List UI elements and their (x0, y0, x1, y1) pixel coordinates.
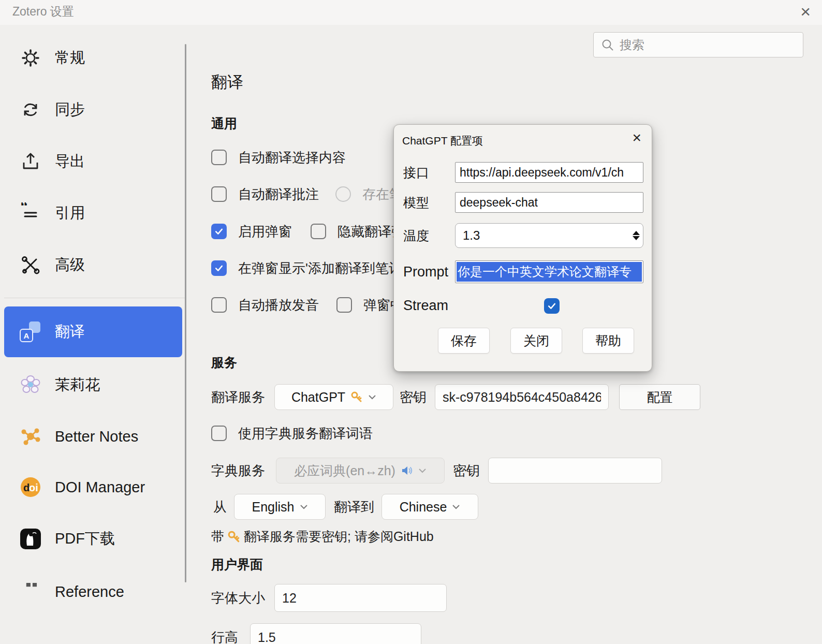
line-height-row: 行高 (211, 623, 421, 644)
stream-label: Stream (403, 298, 455, 314)
key-icon (350, 391, 363, 403)
spinner-icon[interactable] (633, 231, 640, 240)
sidebar-item-label: 同步 (55, 99, 85, 120)
config-button[interactable]: 配置 (619, 384, 700, 410)
help-button[interactable]: 帮助 (582, 328, 634, 354)
font-size-row: 字体大小 (211, 584, 447, 612)
translate-service-row: 翻译服务 ChatGPT 密钥 配置 (211, 384, 700, 410)
checkbox-row-show-add-note: 在弹窗显示'添加翻译到笔记 (211, 259, 402, 277)
temperature-label: 温度 (403, 227, 455, 244)
sidebar-item-jasminum[interactable]: 茉莉花 (4, 365, 182, 405)
sidebar-item-cite[interactable]: “„ 引用 (4, 194, 182, 233)
to-language-select[interactable]: Chinese (381, 494, 478, 520)
checkbox-row-auto-translate-annotation: 自动翻译批注 (211, 185, 319, 203)
search-box[interactable] (593, 32, 803, 57)
use-dict-checkbox[interactable] (211, 426, 227, 441)
auto-play-audio-checkbox[interactable] (211, 297, 227, 313)
window-title: Zotero 设置 (12, 4, 74, 20)
translate-service-value: ChatGPT (291, 390, 345, 405)
checkbox-label: 自动播放发音 (238, 296, 319, 314)
model-input[interactable] (455, 192, 643, 213)
line-height-input[interactable] (250, 623, 421, 644)
tools-icon (20, 254, 41, 276)
dict-secret-label: 密钥 (453, 462, 480, 480)
from-language-select[interactable]: English (234, 494, 326, 520)
checkbox-label: 自动翻译批注 (238, 185, 319, 203)
api-input[interactable] (455, 162, 643, 183)
to-label: 翻译到 (334, 498, 374, 516)
close-button[interactable]: 关闭 (510, 328, 562, 354)
auto-translate-selection-checkbox[interactable] (211, 150, 227, 165)
sidebar-separator (4, 298, 185, 298)
speaker-icon (401, 464, 413, 477)
sidebar-item-reference[interactable]: “ Reference (4, 572, 182, 611)
dialog-close-icon[interactable]: × (632, 129, 641, 147)
prompt-input[interactable]: 你是一个中英文学术论文翻译专 (455, 260, 643, 283)
line-height-label: 行高 (211, 628, 250, 644)
sidebar-item-sync[interactable]: 同步 (4, 90, 182, 129)
translate-service-select[interactable]: ChatGPT (274, 384, 393, 410)
language-row: 从 English 翻译到 Chinese (213, 494, 478, 520)
sidebar-item-better-notes[interactable]: Better Notes (4, 417, 182, 456)
sidebar-item-export[interactable]: 导出 (4, 142, 182, 181)
sidebar-item-advanced[interactable]: 高级 (4, 245, 182, 285)
translate-icon: A (20, 321, 41, 343)
sidebar-item-pdf-download[interactable]: PDF下载 (4, 519, 182, 559)
from-label: 从 (213, 498, 227, 516)
section-heading-services: 服务 (211, 354, 237, 371)
dict-service-label: 字典服务 (211, 462, 276, 480)
section-heading-ui: 用户界面 (211, 556, 263, 573)
temperature-input[interactable]: 1.3 (455, 223, 643, 248)
checkbox-row-auto-play-audio: 自动播放发音 (211, 296, 319, 314)
sync-icon (20, 99, 41, 121)
flower-icon (20, 374, 41, 396)
enable-popup-checkbox[interactable] (211, 224, 227, 239)
key-note: 带 翻译服务需要密钥; 请参阅GitHub (211, 528, 434, 545)
save-button[interactable]: 保存 (438, 328, 490, 354)
dict-secret-input[interactable] (488, 458, 662, 484)
exists-note-radio[interactable] (335, 186, 351, 202)
chevron-down-icon (418, 468, 427, 473)
dict-service-select[interactable]: 必应词典(en↔zh) (276, 458, 445, 484)
chevron-down-icon (300, 504, 308, 509)
sidebar-item-label: 翻译 (55, 321, 85, 342)
font-size-label: 字体大小 (211, 589, 274, 607)
checkbox-row-auto-translate-selection: 自动翻译选择内容 (211, 149, 346, 166)
sidebar-item-label: DOI Manager (55, 479, 145, 496)
stream-checkbox[interactable] (544, 298, 560, 314)
sidebar-item-label: 导出 (55, 151, 85, 172)
note-text: 翻译服务需要密钥; 请参阅GitHub (244, 528, 434, 545)
checkbox-label: 在弹窗显示'添加翻译到笔记 (238, 259, 402, 277)
font-size-input[interactable] (274, 584, 447, 612)
auto-translate-annotation-checkbox[interactable] (211, 186, 227, 202)
chevron-down-icon (368, 394, 376, 400)
popup-checkbox[interactable] (336, 297, 352, 313)
prompt-selected-text: 你是一个中英文学术论文翻译专 (457, 262, 642, 282)
api-label: 接口 (403, 164, 455, 181)
molecule-icon (20, 426, 41, 447)
hide-popup-checkbox[interactable] (311, 224, 326, 239)
search-input[interactable] (620, 38, 790, 52)
secret-input[interactable] (435, 384, 609, 410)
radio-row-exists-note: 存在笔 (335, 185, 403, 203)
section-heading-general: 通用 (211, 115, 237, 132)
note-prefix: 带 (211, 528, 224, 545)
sidebar-item-translate[interactable]: A 翻译 (4, 306, 182, 357)
checkbox-row-hide-popup: 隐藏翻译弹 (311, 223, 405, 240)
sidebar-item-general[interactable]: 常规 (4, 38, 182, 78)
key-icon (227, 530, 241, 544)
window-close-icon[interactable]: × (800, 1, 811, 22)
sidebar-scrollbar[interactable] (185, 44, 186, 582)
sidebar-item-label: 引用 (55, 203, 85, 224)
sidebar-item-doi-manager[interactable]: doi DOI Manager (4, 467, 182, 507)
quote-icon: “ (20, 581, 41, 603)
cite-icon: “„ (20, 202, 41, 224)
show-add-note-checkbox[interactable] (211, 260, 227, 276)
gear-icon (20, 47, 41, 69)
chatgpt-config-dialog: ChatGPT 配置项 × 接口 模型 温度 1.3 Prompt 你是一个中英… (393, 124, 652, 372)
svg-text:oi: oi (29, 482, 38, 493)
sidebar-item-label: 常规 (55, 48, 85, 68)
checkbox-row-use-dict: 使用字典服务翻译词语 (211, 425, 373, 442)
stream-row: Stream (403, 298, 560, 314)
from-language-value: English (252, 500, 295, 515)
